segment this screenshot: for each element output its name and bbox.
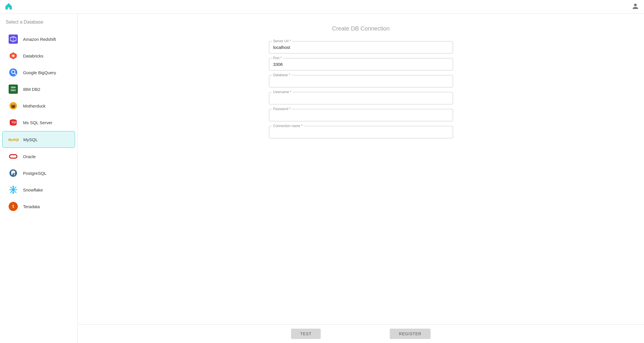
database-input[interactable]: [273, 78, 449, 85]
sidebar-item-label: IBM DB2: [23, 87, 40, 92]
server-url-field: Server Url *: [269, 41, 453, 53]
sidebar-title: Select a Database: [0, 20, 77, 30]
password-field: Password *: [269, 109, 453, 121]
test-button[interactable]: TEST: [291, 329, 321, 339]
sidebar: Select a Database Amazon Redshift: [0, 14, 78, 343]
sidebar-item-label: Ms SQL Server: [23, 120, 52, 125]
svg-point-30: [14, 174, 15, 175]
database-label: Database *: [272, 73, 291, 77]
svg-text:SQL: SQL: [12, 121, 17, 124]
sidebar-item-google-bigquery[interactable]: Google BigQuery: [2, 64, 75, 81]
sidebar-item-label: Databricks: [23, 53, 43, 58]
form-fields: Server Url * Port * Database * Username …: [269, 41, 453, 138]
postgresql-icon: [8, 168, 18, 178]
username-field: Username *: [269, 92, 453, 104]
mysql-icon: MySQL: [8, 134, 19, 145]
connection-name-field: Connection name *: [269, 126, 453, 138]
amazon-redshift-icon: [8, 34, 18, 44]
sidebar-item-snowflake[interactable]: Snowflake: [2, 182, 75, 198]
oracle-icon: [8, 151, 18, 162]
main-container: Select a Database Amazon Redshift: [0, 14, 644, 343]
port-input[interactable]: [273, 61, 449, 68]
svg-rect-25: [9, 155, 17, 158]
teradata-icon: t: [8, 201, 18, 212]
sidebar-item-mysql[interactable]: MySQL MySQL: [2, 131, 75, 148]
sidebar-item-label: Snowflake: [23, 187, 43, 192]
server-url-label: Server Url *: [272, 39, 292, 43]
sidebar-item-motherduck[interactable]: Motherduck: [2, 98, 75, 114]
sidebar-item-label: Amazon Redshift: [23, 37, 56, 42]
account-icon[interactable]: [631, 2, 639, 12]
motherduck-icon: [8, 101, 18, 111]
sidebar-item-amazon-redshift[interactable]: Amazon Redshift: [2, 31, 75, 47]
connection-name-label: Connection name *: [272, 124, 304, 128]
server-url-input[interactable]: [273, 44, 449, 51]
sidebar-item-databricks[interactable]: Databricks: [2, 48, 75, 64]
database-field: Database *: [269, 75, 453, 87]
bigquery-icon: [8, 67, 18, 78]
home-icon[interactable]: [5, 2, 13, 12]
ibmdb2-icon: IBMDB2: [8, 84, 18, 94]
sidebar-item-ms-sql-server[interactable]: SQL Ms SQL Server: [2, 114, 75, 131]
mssql-icon: SQL: [8, 117, 18, 128]
svg-rect-28: [11, 172, 13, 175]
sidebar-item-label: Oracle: [23, 154, 36, 159]
navbar: [0, 0, 644, 14]
sidebar-item-label: Motherduck: [23, 104, 45, 108]
sidebar-item-ibm-db2[interactable]: IBMDB2 IBM DB2: [2, 81, 75, 97]
password-input[interactable]: [273, 112, 449, 119]
sidebar-item-oracle[interactable]: Oracle: [2, 148, 75, 164]
sidebar-item-teradata[interactable]: t Teradata: [2, 198, 75, 214]
sidebar-item-postgresql[interactable]: PostgreSQL: [2, 165, 75, 181]
connection-name-input[interactable]: [273, 129, 449, 136]
username-input[interactable]: [273, 95, 449, 102]
sidebar-item-label: Teradata: [23, 204, 40, 209]
form-area: Create DB Connection Server Url * Port *…: [78, 14, 644, 324]
svg-point-18: [14, 105, 15, 105]
svg-point-8: [9, 68, 17, 76]
svg-text:MySQL: MySQL: [8, 138, 19, 141]
right-panel: Create DB Connection Server Url * Port *…: [78, 14, 644, 343]
snowflake-icon: [8, 185, 18, 195]
sidebar-item-label: PostgreSQL: [23, 171, 47, 176]
form-title: Create DB Connection: [332, 25, 389, 32]
sidebar-item-label: Google BigQuery: [23, 70, 56, 75]
footer-bar: TEST REGISTER: [78, 324, 644, 343]
username-label: Username *: [272, 90, 293, 94]
password-label: Password *: [272, 107, 292, 111]
port-label: Port *: [272, 56, 283, 60]
svg-point-17: [12, 105, 13, 105]
register-button[interactable]: REGISTER: [390, 329, 431, 339]
databricks-icon: [8, 51, 18, 61]
sidebar-item-label: MySQL: [23, 137, 38, 142]
port-field: Port *: [269, 58, 453, 70]
